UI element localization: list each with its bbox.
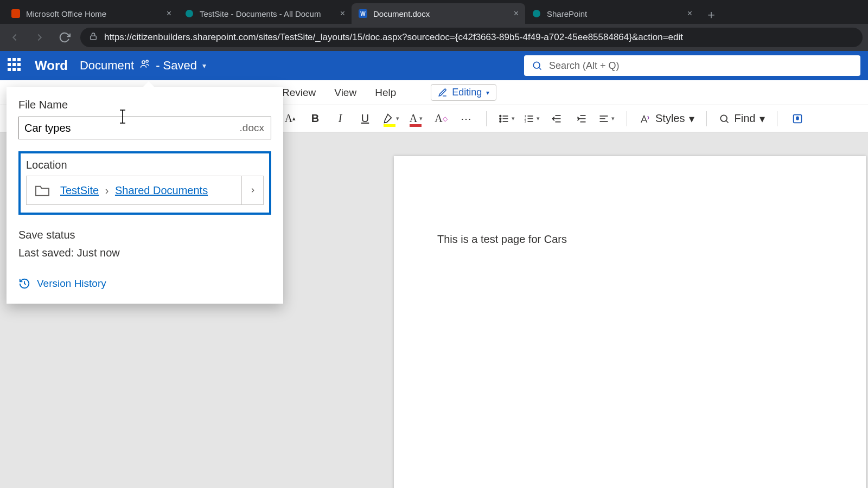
new-tab-button[interactable]: ＋ xyxy=(702,5,720,24)
breadcrumb-library-link[interactable]: Shared Documents xyxy=(115,184,208,196)
office-icon xyxy=(11,9,21,18)
search-placeholder: Search (Alt + Q) xyxy=(549,60,620,72)
app-name: Word xyxy=(35,58,68,73)
svg-point-4 xyxy=(533,10,540,17)
numbering-button[interactable]: 123 ▾ xyxy=(524,110,540,128)
chevron-down-icon[interactable]: ▾ xyxy=(760,112,765,125)
saved-indicator: - Saved xyxy=(156,59,197,73)
location-breadcrumb: TestSite › Shared Documents xyxy=(60,184,241,197)
location-browse-button[interactable] xyxy=(241,176,263,204)
tab-title: SharePoint xyxy=(547,9,682,18)
bold-button[interactable]: B xyxy=(307,110,323,128)
chevron-down-icon[interactable]: ▾ xyxy=(512,115,515,122)
font-grow-button[interactable]: A▴ xyxy=(282,110,298,128)
chevron-down-icon: ▾ xyxy=(202,61,206,70)
editing-mode-button[interactable]: Editing ▾ xyxy=(431,84,496,101)
chevron-down-icon: ▾ xyxy=(486,89,489,97)
sharepoint-icon xyxy=(184,9,194,18)
increase-indent-button[interactable] xyxy=(573,110,590,128)
bullets-button[interactable]: ▾ xyxy=(499,110,515,128)
svg-point-12 xyxy=(500,118,501,119)
close-icon[interactable]: × xyxy=(687,9,692,18)
tab-title: TestSite - Documents - All Docum xyxy=(200,9,335,18)
location-row: TestSite › Shared Documents xyxy=(26,176,264,205)
location-label: Location xyxy=(26,159,264,171)
url-text: https://citizenbuilders.sharepoint.com/s… xyxy=(104,32,683,43)
chevron-down-icon[interactable]: ▾ xyxy=(396,115,399,122)
document-page[interactable]: This is a test page for Cars xyxy=(394,156,866,488)
tab-title: Document.docx xyxy=(373,9,508,18)
svg-rect-0 xyxy=(11,9,20,18)
chevron-down-icon[interactable]: ▾ xyxy=(419,115,423,122)
search-input[interactable]: Search (Alt + Q) xyxy=(524,55,860,76)
sharepoint-icon xyxy=(532,9,541,18)
file-name-input[interactable] xyxy=(19,117,233,139)
word-app-header: Word Document - Saved ▾ Search (Alt + Q) xyxy=(0,51,868,80)
more-options-button[interactable]: ⋯ xyxy=(458,110,474,128)
separator xyxy=(777,111,777,126)
svg-text:3: 3 xyxy=(525,119,526,123)
forward-button[interactable] xyxy=(30,28,49,47)
location-highlight-box: Location TestSite › Shared Documents xyxy=(18,151,271,215)
styles-label: Styles xyxy=(655,112,685,125)
styles-button[interactable]: Styles ▾ xyxy=(639,112,694,125)
browser-tab-active[interactable]: W Document.docx × xyxy=(352,3,525,24)
close-icon[interactable]: × xyxy=(167,9,171,18)
app-launcher-icon[interactable] xyxy=(8,58,23,73)
browser-tab[interactable]: Microsoft Office Home × xyxy=(4,3,178,24)
version-history-label: Version History xyxy=(37,278,106,290)
document-title-button[interactable]: Document - Saved ▾ xyxy=(80,59,206,73)
close-icon[interactable]: × xyxy=(340,9,345,18)
svg-point-10 xyxy=(500,115,501,117)
last-saved-text: Last saved: Just now xyxy=(18,247,271,259)
svg-point-6 xyxy=(142,61,145,63)
separator xyxy=(486,111,487,126)
svg-text:W: W xyxy=(360,11,366,17)
browser-tab-strip: Microsoft Office Home × TestSite - Docum… xyxy=(0,0,868,24)
browser-tab[interactable]: SharePoint × xyxy=(525,3,699,24)
shared-icon xyxy=(139,59,150,73)
svg-point-8 xyxy=(533,62,540,68)
lock-icon xyxy=(89,32,98,43)
align-button[interactable]: ▾ xyxy=(598,110,615,128)
chevron-right-icon: › xyxy=(105,184,109,196)
file-info-dropdown: File Name .docx Location TestSite › Shar… xyxy=(7,87,283,304)
folder-icon xyxy=(30,176,55,204)
browser-address-bar: https://citizenbuilders.sharepoint.com/s… xyxy=(0,24,868,51)
tab-review[interactable]: Review xyxy=(282,87,316,99)
file-name-label: File Name xyxy=(18,99,271,111)
decrease-indent-button[interactable] xyxy=(548,110,565,128)
tab-help[interactable]: Help xyxy=(375,87,396,99)
back-button[interactable] xyxy=(5,28,24,47)
reload-button[interactable] xyxy=(55,28,74,47)
chevron-down-icon[interactable]: ▾ xyxy=(537,115,540,122)
close-icon[interactable]: × xyxy=(514,9,519,18)
file-name-row: .docx xyxy=(18,117,271,139)
save-status-label: Save status xyxy=(18,229,271,241)
tab-view[interactable]: View xyxy=(334,87,356,99)
highlight-button[interactable]: ▾ xyxy=(382,110,399,128)
version-history-link[interactable]: Version History xyxy=(18,278,271,290)
separator xyxy=(627,111,627,126)
document-title: Document xyxy=(80,59,134,73)
chevron-down-icon[interactable]: ▾ xyxy=(611,115,615,122)
find-label: Find xyxy=(734,112,755,125)
url-input[interactable]: https://citizenbuilders.sharepoint.com/s… xyxy=(80,28,863,47)
editing-label: Editing xyxy=(452,87,482,98)
word-icon: W xyxy=(358,9,368,18)
breadcrumb-site-link[interactable]: TestSite xyxy=(60,184,99,196)
clear-formatting-button[interactable]: A◇ xyxy=(433,110,449,128)
chevron-down-icon[interactable]: ▾ xyxy=(689,112,694,125)
separator xyxy=(706,111,707,126)
svg-line-9 xyxy=(539,68,541,70)
italic-button[interactable]: I xyxy=(332,110,348,128)
svg-rect-35 xyxy=(796,116,800,120)
fontcolor-swatch xyxy=(410,124,422,127)
font-color-button[interactable]: A ▾ xyxy=(408,110,424,128)
find-button[interactable]: Find ▾ xyxy=(719,112,765,125)
highlight-swatch xyxy=(384,124,395,127)
dictate-button[interactable] xyxy=(789,110,806,128)
underline-button[interactable]: U xyxy=(357,110,373,128)
browser-tab[interactable]: TestSite - Documents - All Docum × xyxy=(178,3,352,24)
svg-point-32 xyxy=(721,115,727,121)
